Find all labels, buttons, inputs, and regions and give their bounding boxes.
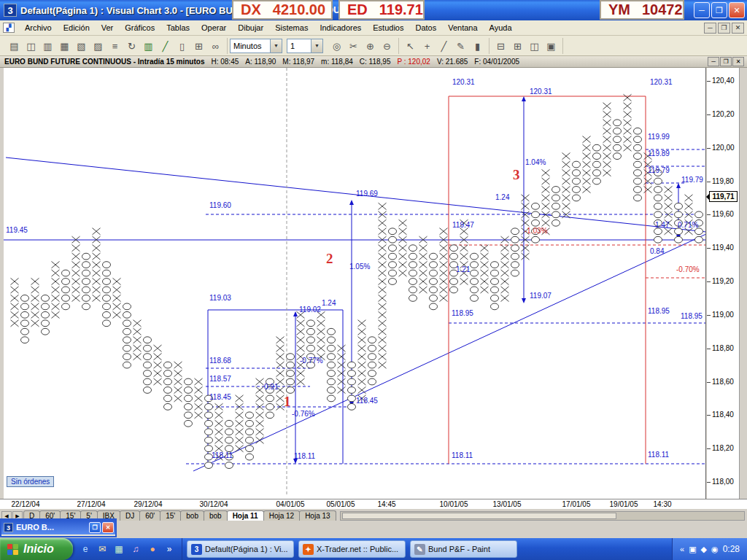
close-button[interactable]: ✕ [729,2,745,18]
tab-bob[interactable]: bob [204,510,228,521]
bar-chart-icon[interactable]: ▥ [140,38,157,54]
tab-hoja-13[interactable]: Hoja 13 [299,510,336,521]
child-restore-button[interactable]: ❐ [718,23,730,34]
media-icon[interactable]: ♫ [129,542,142,556]
svg-text:0.84: 0.84 [650,247,665,255]
page-setup-icon[interactable]: ▦ [56,38,73,54]
overflow-chevron[interactable]: » [163,542,176,556]
menu-item-sistemas[interactable]: Sistemas [269,21,314,34]
grid-icon[interactable]: ⊞ [190,38,207,54]
menu-item-ver[interactable]: Ver [96,21,120,34]
pf-chart-svg[interactable]: 119.60119.45119.03118.68118.57118.45118.… [4,68,706,499]
new-window-icon[interactable]: ▣ [543,38,560,54]
toolbar-group-4: ⊟⊞◫▣ [489,38,563,54]
maximize-button[interactable]: ❐ [711,2,727,18]
menu-item-ayuda[interactable]: Ayuda [484,21,518,34]
mini-restore-button[interactable]: ❐ [89,522,101,533]
chart-restore-button[interactable]: ❐ [720,57,732,66]
pencil-icon[interactable]: ✎ [452,38,469,54]
svg-text:1.24: 1.24 [495,193,510,201]
table-icon-1[interactable]: ⊟ [492,38,509,54]
table-icon-3[interactable]: ◫ [526,38,543,54]
price-axis[interactable]: 119,71 120,40120,20120,00119,80119,60119… [707,68,740,499]
taskbar-task-1[interactable]: 3Default(Página 1) : Vi... [187,540,294,558]
scrollbar-thumb[interactable] [342,513,616,519]
open-icon[interactable]: ▤ [6,38,23,54]
svg-text:119.47: 119.47 [452,221,474,229]
compression-combobox[interactable]: 1 ▼ [287,39,323,53]
menu-item-archivo[interactable]: Archivo [19,21,58,34]
tab-15-[interactable]: 15' [160,510,181,521]
table-icon-2[interactable]: ⊞ [509,38,526,54]
line-chart-icon[interactable]: ╱ [157,38,174,54]
link-icon[interactable]: ∞ [207,38,224,54]
tab-dj[interactable]: DJ [120,510,140,521]
mini-close-button[interactable]: ✕ [102,522,114,533]
child-minimize-button[interactable]: ─ [704,23,716,34]
task-app-icon: 3 [191,544,202,555]
symbol-list-icon[interactable]: ≡ [107,38,123,54]
desktop-icon[interactable]: ▦ [112,542,125,556]
pointer-icon[interactable]: ↖ [402,38,419,54]
insert-symbol-icon[interactable]: ◎ [328,38,345,54]
menu-item-ventana[interactable]: Ventana [442,21,483,34]
mini-window[interactable]: 3 EURO B... ❐ ✕ [0,518,117,537]
svg-text:-0.76%: -0.76% [292,410,315,418]
menu-item-estudios[interactable]: Estudios [367,21,409,34]
folder-tree-icon[interactable]: ▨ [90,38,107,54]
menu-item-edición[interactable]: Edición [58,21,96,34]
taskbar: Inicio e✉▦♫●» 3Default(Página 1) : Vi...… [0,538,747,560]
chart-minimize-button[interactable]: ─ [708,57,719,66]
menu-item-gráficos[interactable]: Gráficos [119,21,160,34]
mini-window-titlebar[interactable]: 3 EURO B... ❐ ✕ [1,520,115,534]
child-close-button[interactable]: ✕ [732,23,744,34]
taskbar-task-3[interactable]: ✎Bund P&F - Paint [410,540,517,558]
chart-close-button[interactable]: ✕ [732,57,744,66]
chart-child-buttons: ─❐✕ [708,57,744,66]
menu-item-tablas[interactable]: Tablas [160,21,196,34]
horizontal-scrollbar[interactable] [340,511,745,521]
workspace-icon[interactable]: ▧ [73,38,90,54]
save-icon[interactable]: ◫ [23,38,39,54]
chevron-down-icon[interactable]: ▼ [311,39,322,52]
menu-item-dibujar[interactable]: Dibujar [232,21,269,34]
print-icon[interactable]: ▥ [39,38,56,54]
chart-pane[interactable]: 119.60119.45119.03118.68118.57118.45118.… [4,68,706,499]
svg-text:1.21: 1.21 [456,265,471,273]
svg-text:0.71%: 0.71% [678,221,698,229]
cut-icon[interactable]: ✂ [345,38,362,54]
taskbar-task-2[interactable]: ✦X-Trader.net :: Public... [298,540,406,558]
minimize-button[interactable]: ─ [694,2,710,18]
highlight-icon[interactable]: ▮ [469,38,486,54]
hide-icons-chevron[interactable]: « [680,545,684,554]
browser-icon[interactable]: ● [146,542,159,556]
svg-text:118.45: 118.45 [356,397,378,405]
axis-tick-label: 119,20 [712,277,734,285]
menu-item-indicadores[interactable]: Indicadores [314,21,367,34]
trendline-icon[interactable]: ╱ [436,38,452,54]
zoom-in-icon[interactable]: ⊕ [362,38,379,54]
start-button[interactable]: Inicio [0,538,73,560]
svg-text:118.11: 118.11 [452,451,473,459]
date-axis[interactable]: 22/12/0427/12/0429/12/0430/12/0404/01/05… [0,499,747,509]
tab-60-[interactable]: 60' [139,510,160,521]
security-shield-icon[interactable]: ◆ [701,545,707,554]
mail-icon[interactable]: ✉ [96,542,109,556]
tab-bob[interactable]: bob [180,510,204,521]
chevron-down-icon[interactable]: ▼ [270,39,282,52]
menu-items: ArchivoEdiciónVerGráficosTablasOperarDib… [19,21,518,34]
crosshair-icon[interactable]: + [419,38,436,54]
candle-chart-icon[interactable]: ▯ [174,38,190,54]
tab-hoja-12[interactable]: Hoja 12 [263,510,300,521]
axis-tick-label: 119,00 [712,311,734,319]
menu-item-operar[interactable]: Operar [196,21,232,34]
display-icon[interactable]: ▣ [689,545,696,554]
internet-icon[interactable]: e [79,542,92,556]
refresh-icon[interactable]: ↻ [123,38,140,54]
menu-item-datos[interactable]: Datos [409,21,442,34]
volume-icon[interactable]: ◉ [711,545,719,554]
tab-hoja-11[interactable]: Hoja 11 [227,510,264,521]
zoom-out-icon[interactable]: ⊖ [379,38,395,54]
toolbar-group-2: ◎✂⊕⊖ [325,38,399,54]
period-combobox[interactable]: Minutos ▼ [230,39,282,53]
